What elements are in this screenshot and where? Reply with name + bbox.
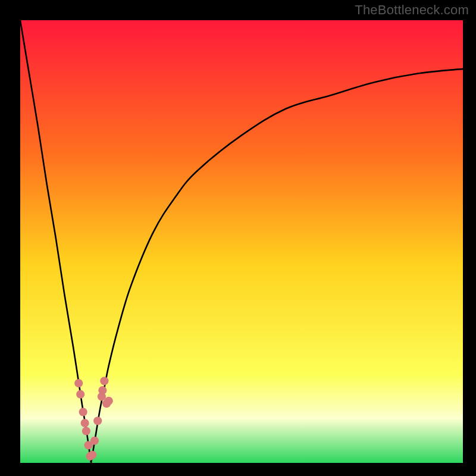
- reference-marker: [88, 451, 96, 459]
- reference-marker: [98, 386, 107, 394]
- reference-marker: [79, 408, 87, 416]
- reference-marker: [81, 419, 89, 427]
- plot-area: [20, 20, 463, 463]
- reference-marker: [90, 437, 99, 445]
- chart-frame: TheBottleneck.com: [0, 0, 476, 476]
- bottleneck-curve: [20, 20, 463, 463]
- watermark-text: TheBottleneck.com: [355, 2, 469, 18]
- reference-marker: [76, 390, 84, 399]
- reference-marker: [105, 397, 113, 405]
- reference-marker: [74, 379, 83, 387]
- reference-marker: [100, 377, 108, 385]
- reference-marker: [93, 416, 102, 425]
- reference-marker: [82, 427, 90, 435]
